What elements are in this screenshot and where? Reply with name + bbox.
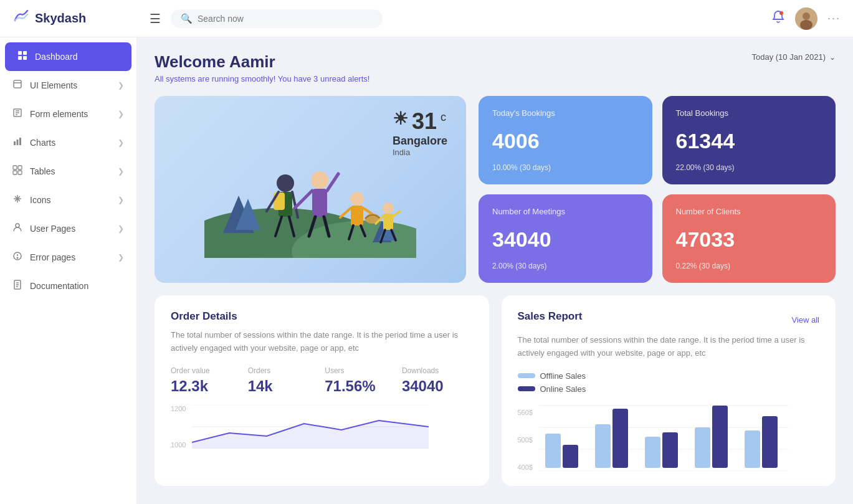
sales-report-title: Sales Report [518,310,583,323]
order-details-card: Order Details The total number of sessio… [155,295,489,486]
order-details-title: Order Details [171,310,473,323]
sidebar-item-documentation[interactable]: Documentation [0,272,136,300]
order-stat-users: Users 71.56% [325,366,396,395]
stat-label-orders: Orders [248,366,319,375]
svg-rect-78 [662,432,678,468]
stat-label-users: Users [325,366,396,375]
sidebar-item-ui-elements[interactable]: UI Elements ❯ [0,71,136,100]
icons-icon [12,194,22,206]
svg-rect-73 [545,434,561,468]
main-layout: Dashboard UI Elements ❯ Form elements ❯ [0,37,853,504]
sidebar-item-error-pages[interactable]: Error pages ❯ [0,243,136,272]
bell-icon[interactable] [771,10,785,27]
svg-rect-79 [695,427,710,468]
sidebar-item-icons[interactable]: Icons ❯ [0,186,136,214]
stat-label-downloads: Downloads [402,366,473,375]
stat-card-todays-bookings: Today's Bookings 4006 10.00% (30 days) [479,96,652,184]
tables-icon [12,165,22,178]
svg-rect-17 [13,166,17,169]
content-area: Welcome Aamir All systems are running sm… [137,37,853,504]
stat-value-meetings: 34040 [492,227,639,252]
svg-rect-77 [645,437,660,468]
sidebar-label-icons: Icons [30,195,50,205]
svg-line-54 [340,208,351,217]
stat-card-clients: Number of Clients 47033 0.22% (30 days) [662,194,836,283]
svg-rect-53 [351,206,363,226]
svg-point-0 [779,11,783,15]
svg-rect-60 [383,214,393,230]
svg-point-39 [277,174,294,192]
stat-value-orders: 14k [248,378,319,395]
more-options-icon[interactable]: ··· [827,12,841,25]
stat-label-total-bookings: Total Bookings [676,108,822,118]
order-bar-chart: 1200 1000 [171,405,473,449]
chevron-down-icon: ⌄ [829,53,836,62]
svg-line-49 [327,174,338,191]
legend-label-online: Online Sales [540,384,586,394]
sales-chart-svg [539,402,788,471]
stat-change-clients: 0.22% (30 days) [676,262,822,270]
sales-report-description: The total number of sessions within the … [518,334,820,360]
order-details-description: The total number of sessions within the … [171,329,473,355]
order-chart-svg [192,405,429,449]
order-stats: Order value 12.3k Orders 14k Users 71.56… [171,366,473,395]
top-row: ☀ 31c Bangalore India [155,96,836,283]
svg-point-46 [311,171,328,189]
legend-offline-sales: Offline Sales [518,371,820,381]
chevron-right-icon-4: ❯ [118,167,124,176]
order-stat-orders: Orders 14k [248,366,319,395]
alerts-link[interactable]: 3 unread alerts! [313,74,369,83]
weather-info: ☀ 31c Bangalore India [393,108,447,157]
svg-rect-20 [18,171,22,174]
svg-rect-8 [14,80,21,88]
sidebar-item-dashboard[interactable]: Dashboard [5,42,131,71]
welcome-subtitle: All systems are running smoothly! You ha… [155,74,369,83]
avatar[interactable] [795,7,817,30]
svg-line-55 [363,208,373,214]
logo-area: Skydash [12,8,150,29]
stat-value-users: 71.56% [325,378,396,395]
stat-value-downloads: 34040 [402,378,473,395]
people-illustration [204,121,416,258]
weather-unit: c [441,111,446,124]
sidebar-item-user-pages[interactable]: User Pages ❯ [0,214,136,243]
stat-card-meetings: Number of Meetings 34040 2.00% (30 days) [479,194,652,283]
chevron-right-icon: ❯ [118,81,124,90]
order-stat-downloads: Downloads 34040 [402,366,473,395]
svg-rect-7 [23,56,27,60]
weather-country: India [393,148,447,157]
y-label-500: 500$ [518,436,533,444]
chevron-right-icon-2: ❯ [118,110,124,118]
hamburger-icon[interactable]: ☰ [150,11,161,26]
error-pages-icon [12,251,22,264]
topnav: Skydash ☰ 🔍 ··· [0,0,853,37]
svg-marker-68 [192,421,429,449]
svg-rect-75 [595,424,611,468]
sidebar-label-form-elements: Form elements [30,109,88,119]
weather-city: Bangalore [393,135,447,148]
legend-label-offline: Offline Sales [540,371,586,381]
svg-rect-4 [18,51,22,55]
y-label-1200: 1200 [171,405,186,412]
subtitle-prefix: All systems are running smoothly! You ha… [155,74,313,83]
stat-cards: Today's Bookings 4006 10.00% (30 days) T… [479,96,836,283]
sales-report-card: Sales Report View all The total number o… [502,295,836,486]
weather-card: ☀ 31c Bangalore India [155,96,466,283]
sidebar-item-tables[interactable]: Tables ❯ [0,157,136,186]
documentation-icon [12,280,22,292]
sidebar-label-charts: Charts [30,138,55,148]
stat-label-order-value: Order value [171,366,242,375]
svg-point-2 [803,12,810,20]
view-all-link[interactable]: View all [791,315,819,325]
date-selector[interactable]: Today (10 Jan 2021) ⌄ [751,52,836,62]
sun-icon: ☀ [393,108,408,129]
sidebar-item-charts[interactable]: Charts ❯ [0,128,136,157]
sidebar-label-user-pages: User Pages [30,224,75,234]
stat-change-todays-bookings: 10.00% (30 days) [492,163,639,172]
search-icon: 🔍 [181,13,193,24]
stat-label-meetings: Number of Meetings [492,207,639,216]
app-name: Skydash [35,11,86,26]
sidebar-item-form-elements[interactable]: Form elements ❯ [0,100,136,128]
search-area: 🔍 [171,9,383,28]
search-input[interactable] [198,14,322,24]
